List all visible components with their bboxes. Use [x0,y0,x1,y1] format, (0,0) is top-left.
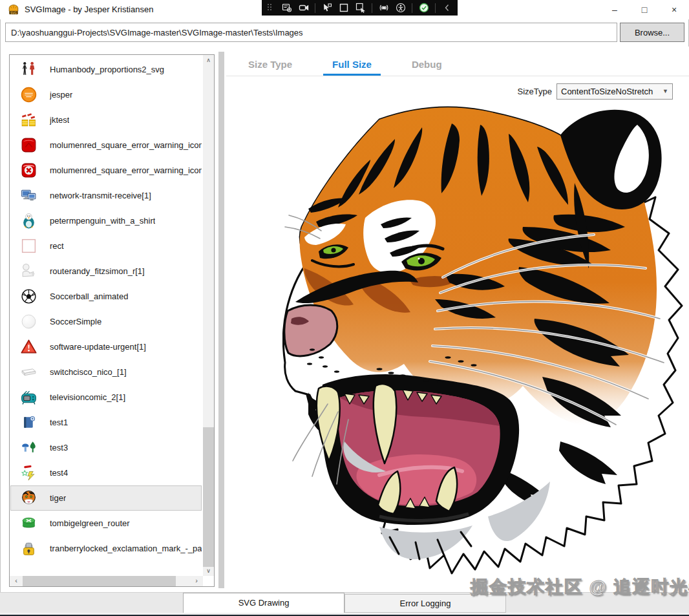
svg-preview-canvas [282,105,683,577]
toolbar-divider [435,3,436,13]
tiger-icon [20,489,37,507]
accessibility-icon[interactable] [395,3,406,14]
list-item-molumenred_square_error_warning_icon[interactable]: molumenred_square_error_warning_icon [10,133,202,158]
test1-icon [20,414,37,431]
camera-icon[interactable] [298,3,309,14]
window-bottom-edge [0,613,689,616]
humanbody-icon [20,61,37,78]
list-item-Humanbody_proportions2_svg[interactable]: Humanbody_proportions2_svg [10,57,202,82]
list-item-tombigelgreen_router[interactable]: tombigelgreen_router [10,511,202,536]
list-item-tranberrylocked_exclamation_mark_-_padlock[interactable]: tranberrylocked_exclamation_mark_-_padlo… [10,536,202,561]
toolbar-divider [372,3,372,13]
file-label: Humanbody_proportions2_svg [50,65,164,74]
file-label: tranberrylocked_exclamation_mark_-_padlo… [50,544,202,553]
scroll-left-icon[interactable]: ‹ [11,576,21,586]
list-item-test3[interactable]: test3 [10,435,202,460]
confirm-check-icon[interactable] [418,3,429,14]
file-list-panel: Humanbody_proportions2_svgjesperjktestmo… [9,54,215,587]
bottom-tab-svg-drawing[interactable]: SVG Drawing [183,593,344,613]
scroll-right-icon[interactable]: › [191,576,202,586]
app-logo-icon: SVG [8,4,19,16]
tab-full-size[interactable]: Full Size [323,55,381,76]
jesper-icon [20,86,37,103]
jktest-icon [20,111,37,129]
list-item-televisioncomic_2[1][interactable]: televisioncomic_2[1] [10,385,202,410]
redsquare-x-icon [20,162,37,179]
collapse-left-icon[interactable] [441,3,452,14]
list-item-molumenred_square_error_warning_icon_1[interactable]: molumenred_square_error_warning_icon_1 [10,158,202,183]
list-item-jktest[interactable]: jktest [10,107,202,133]
file-label: televisioncomic_2[1] [50,392,125,402]
list-item-SoccerSimple[interactable]: SoccerSimple [10,309,202,334]
svg-text:SVG: SVG [10,12,17,15]
size-type-label: SizeType [518,87,552,96]
title-bar: SVG SVGImage - by Jesper Kristiansen –□× [0,0,689,19]
file-label: Soccerball_animated [50,292,128,301]
file-label: test4 [50,468,68,478]
soccerball-icon [20,288,37,305]
recorder-toolbar [262,0,458,16]
list-item-jesper[interactable]: jesper [10,82,202,107]
file-label: test3 [50,443,68,452]
list-horizontal-scrollbar[interactable]: ‹ › [10,576,203,586]
switch-icon [20,363,37,381]
tab-debug[interactable]: Debug [403,55,451,76]
scroll-down-icon[interactable]: ∨ [203,566,214,576]
warning-triangle-icon [20,338,37,356]
vertical-scroll-thumb[interactable] [203,427,214,567]
region-select-icon[interactable] [338,3,349,14]
cursor-select-icon[interactable] [321,3,332,14]
list-item-rect[interactable]: rect [10,233,202,259]
grip-handle-icon[interactable] [264,3,275,14]
minimize-button[interactable]: – [600,0,630,19]
list-item-network-transmit-receive[1][interactable]: network-transmit-receive[1] [10,183,202,208]
panel-scrollbar[interactable] [217,52,226,588]
router-sketch-icon [20,262,37,280]
list-item-test4[interactable]: test4 [10,460,202,485]
file-label: network-transmit-receive[1] [50,191,151,200]
chevron-down-icon: ▼ [662,88,668,94]
list-item-test1[interactable]: test1 [10,410,202,435]
list-vertical-scrollbar[interactable]: ∧ ∨ [203,55,214,576]
file-label: test1 [50,418,68,427]
list-item-switchcisco_nico_[1][interactable]: switchcisco_nico_[1] [10,359,202,385]
penguin-icon [20,212,37,229]
file-label: jesper [50,90,72,100]
path-bar: Browse... [0,22,689,43]
folder-path-input[interactable] [5,23,617,42]
watermark-text: 掘金技术社区 @ 追逐时光者 [471,575,689,599]
test3-icon [20,439,37,456]
file-label: jktest [50,115,69,125]
size-type-value: ContentToSizeNoStretch [561,87,653,96]
view-tabs: Size TypeFull SizeDebug [226,55,689,76]
file-label: tombigelgreen_router [50,518,130,528]
list-item-Soccerball_animated[interactable]: Soccerball_animated [10,284,202,309]
browse-button[interactable]: Browse... [620,23,684,42]
file-label: SoccerSimple [50,317,101,326]
window-controls: –□× [600,0,689,19]
file-label: software-update-urgent[1] [50,342,146,352]
file-label: molumenred_square_error_warning_icon [50,140,202,150]
tab-size-type[interactable]: Size Type [239,55,301,76]
list-item-tiger[interactable]: tiger [10,485,202,511]
window-select-icon[interactable] [355,3,366,14]
maximize-button[interactable]: □ [630,0,659,19]
size-type-row: SizeType ContentToSizeNoStretch ▼ [226,83,689,100]
file-label: routerandy_fitzsimon_r[1] [50,266,145,276]
padlock-icon [20,540,37,557]
size-type-dropdown[interactable]: ContentToSizeNoStretch ▼ [556,83,673,100]
list-item-routerandy_fitzsimon_r[1][interactable]: routerandy_fitzsimon_r[1] [10,259,202,284]
capture-settings-icon[interactable] [281,3,292,14]
redsquare-icon [20,136,37,154]
file-label: switchcisco_nico_[1] [50,367,127,377]
webcam-icon[interactable] [378,3,389,14]
horizontal-scroll-thumb[interactable] [23,576,176,586]
main-panel: Size TypeFull SizeDebug SizeType Content… [226,47,689,592]
scroll-up-icon[interactable]: ∧ [203,55,214,65]
close-button[interactable]: × [659,0,689,19]
network-icon [20,187,37,204]
file-label: petermpenguin_with_a_shirt [50,216,155,226]
list-item-petermpenguin_with_a_shirt[interactable]: petermpenguin_with_a_shirt [10,208,202,233]
list-item-software-update-urgent[1][interactable]: software-update-urgent[1] [10,334,202,359]
test4-icon [20,464,37,482]
